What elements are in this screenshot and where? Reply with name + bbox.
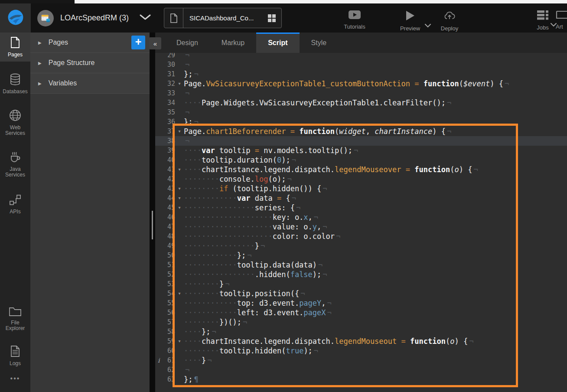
code-line-45[interactable]: 45▾················series: {¬ xyxy=(155,203,567,212)
coffee-cup-icon xyxy=(9,151,21,164)
rail-item-apis[interactable]: APIs xyxy=(0,190,30,219)
code-line-40[interactable]: 40····tooltip.duration(0);¬ xyxy=(155,155,567,165)
code-line-60[interactable]: 60········tooltip.hidden(true);¬ xyxy=(155,346,567,356)
code-text: ¬ xyxy=(184,365,567,375)
panel-section-variables[interactable]: ▶ Variables xyxy=(30,73,150,94)
code-text: ················}¬ xyxy=(184,241,567,251)
tab-design[interactable]: Design xyxy=(165,33,210,53)
code-line-63[interactable]: 63};¶ xyxy=(155,375,567,384)
panel-section-label: Page Structure xyxy=(49,59,145,67)
chevron-down-icon[interactable] xyxy=(140,14,151,22)
fold-arrow-icon[interactable]: ▾ xyxy=(175,193,184,203)
code-line-38[interactable]: 38¬ xyxy=(155,136,567,146)
line-number: 59 xyxy=(155,336,175,346)
code-line-49[interactable]: 49················}¬ xyxy=(155,241,567,251)
caret-right-icon[interactable]: ▶ xyxy=(38,61,42,65)
code-line-48[interactable]: 48····················color: o.color¬ xyxy=(155,232,567,241)
code-line-50[interactable]: 50············};¬ xyxy=(155,251,567,260)
code-line-52[interactable]: 52················.hidden(false);¬ xyxy=(155,270,567,279)
code-line-57[interactable]: 57········})();¬ xyxy=(155,317,567,327)
code-line-30[interactable]: 30¬ xyxy=(155,60,567,69)
code-line-33[interactable]: 33¬ xyxy=(155,88,567,98)
tab-markup[interactable]: Markup xyxy=(210,33,256,53)
tab-style[interactable]: Style xyxy=(300,33,339,53)
dashboard-grid-icon[interactable] xyxy=(267,14,276,23)
collapse-panel-button[interactable]: « xyxy=(149,37,161,49)
line-number: 30 xyxy=(155,60,175,69)
fold-gutter xyxy=(175,108,184,117)
code-line-47[interactable]: 47····················value: o.y,¬ xyxy=(155,222,567,232)
code-line-29[interactable]: 29¬ xyxy=(155,53,567,60)
divider-scrollbar-thumb[interactable] xyxy=(152,211,153,239)
code-line-55[interactable]: 55············top: d3.event.pageY,¬ xyxy=(155,298,567,308)
fold-arrow-icon[interactable]: ▾ xyxy=(175,336,184,346)
add-page-button[interactable]: + xyxy=(131,36,145,49)
app-logo[interactable] xyxy=(0,3,31,33)
fold-arrow-icon[interactable]: ▾ xyxy=(175,79,184,88)
code-line-42[interactable]: 42········console.log(o);¬ xyxy=(155,174,567,184)
caret-right-icon[interactable]: ▶ xyxy=(38,81,42,86)
code-line-32[interactable]: 32▾Page.VwSicasurveyExceptionTable1_cust… xyxy=(155,79,567,88)
code-line-36[interactable]: 36};¬ xyxy=(155,117,567,127)
code-line-41[interactable]: 41▾····chartInstance.legend.dispatch.leg… xyxy=(155,165,567,174)
fold-arrow-icon[interactable]: ▾ xyxy=(175,203,184,212)
rail-item-databases[interactable]: Databases xyxy=(0,69,30,98)
fold-arrow-icon[interactable]: ▾ xyxy=(175,289,184,298)
rail-item-pages[interactable]: Pages xyxy=(0,33,30,62)
code-line-53[interactable]: 53········}¬ xyxy=(155,279,567,289)
code-text: ········}¬ xyxy=(184,279,567,289)
rail-label: Databases xyxy=(3,89,27,95)
code-line-43[interactable]: 43▾········if (tooltip.hidden()) {¬ xyxy=(155,184,567,193)
panel-section-pages[interactable]: ▶ Pages + xyxy=(30,33,150,53)
tutorials-button[interactable]: Tutorials xyxy=(336,10,373,30)
panel-section-label: Pages xyxy=(49,39,131,46)
preview-button[interactable]: Preview xyxy=(392,10,428,32)
open-page-tab[interactable]: SICADashboard_Co... xyxy=(164,8,282,28)
log-file-icon xyxy=(10,345,20,359)
cloud-upload-icon xyxy=(443,10,456,22)
preview-chevron-icon[interactable] xyxy=(425,22,431,29)
more-options-button[interactable]: ••• xyxy=(10,370,20,392)
code-line-58[interactable]: 58····};¬ xyxy=(155,327,567,336)
rail-item-java-services[interactable]: Java Services xyxy=(0,147,30,182)
code-text: ¬ xyxy=(184,88,567,98)
rail-item-file-explorer[interactable]: File Explorer xyxy=(0,302,30,335)
artifacts-button[interactable]: Art xyxy=(550,10,567,30)
code-editor[interactable]: 29¬30¬31};¬32▾Page.VwSicasurveyException… xyxy=(155,53,567,392)
code-line-44[interactable]: 44▾············var data = {¬ xyxy=(155,193,567,203)
fold-arrow-icon[interactable]: ▾ xyxy=(175,165,184,174)
code-line-34[interactable]: 34····Page.Widgets.VwSicasurveyException… xyxy=(155,98,567,108)
code-line-31[interactable]: 31};¬ xyxy=(155,69,567,79)
code-line-35[interactable]: 35¬ xyxy=(155,108,567,117)
fold-gutter xyxy=(175,251,184,260)
fold-arrow-icon[interactable]: ▾ xyxy=(175,184,184,193)
tab-script[interactable]: Script xyxy=(256,33,299,53)
fold-gutter xyxy=(175,53,184,60)
fold-gutter xyxy=(175,375,184,384)
code-line-51[interactable]: 51············tooltip.data(data)¬ xyxy=(155,260,567,270)
rail-item-logs[interactable]: Logs xyxy=(0,341,30,370)
panel-section-page-structure[interactable]: ▶ Page Structure xyxy=(30,53,150,73)
code-line-62[interactable]: 62¬ xyxy=(155,365,567,375)
code-line-39[interactable]: 39····var tooltip = nv.models.tooltip();… xyxy=(155,146,567,155)
fold-arrow-icon[interactable]: ▾ xyxy=(175,127,184,136)
line-number: 48 xyxy=(155,232,175,241)
code-line-59[interactable]: 59▾····chartInstance.legend.dispatch.leg… xyxy=(155,336,567,346)
code-line-54[interactable]: 54▾········tooltip.position({¬ xyxy=(155,289,567,298)
caret-right-icon[interactable]: ▶ xyxy=(38,40,42,45)
code-line-61[interactable]: i61····}¬ xyxy=(155,356,567,365)
fold-gutter xyxy=(175,356,184,365)
fold-gutter xyxy=(175,279,184,289)
fold-gutter xyxy=(175,308,184,317)
line-number: 51 xyxy=(155,260,175,270)
code-text: ············left: d3.event.pageX¬ xyxy=(184,308,567,317)
code-line-37[interactable]: 37▾Page.chart1Beforerender = function(wi… xyxy=(155,127,567,136)
code-line-46[interactable]: 46····················key: o.x,¬ xyxy=(155,212,567,222)
code-line-56[interactable]: 56············left: d3.event.pageX¬ xyxy=(155,308,567,317)
code-lines: 29¬30¬31};¬32▾Page.VwSicasurveyException… xyxy=(155,53,567,384)
code-text: ············};¬ xyxy=(184,251,567,260)
rail-item-web-services[interactable]: Web Services xyxy=(0,105,30,140)
line-number: 42 xyxy=(155,174,175,184)
deploy-button[interactable]: Deploy xyxy=(431,10,468,32)
project-selector[interactable]: LOArcSpeedRM (3) xyxy=(37,3,151,33)
